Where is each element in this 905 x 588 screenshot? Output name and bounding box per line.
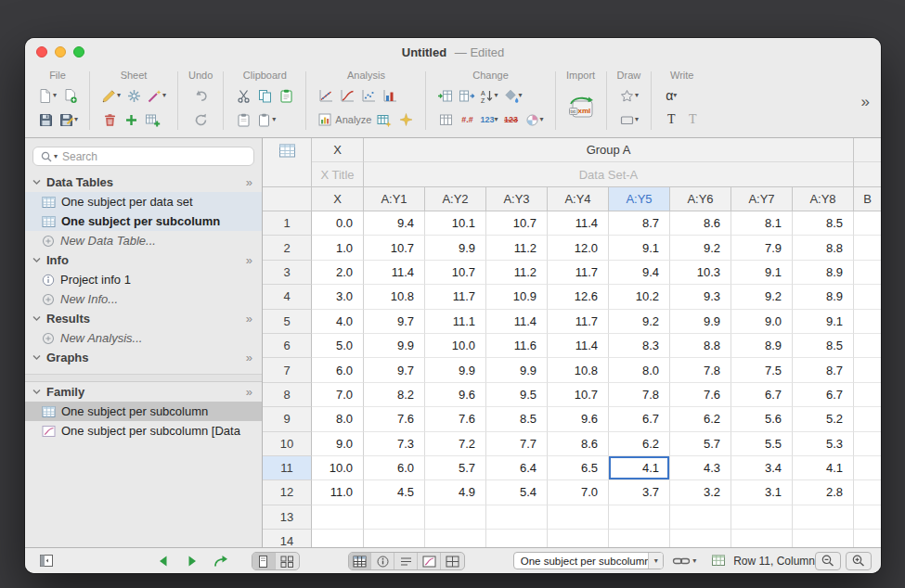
column-header-a-y6[interactable]: A:Y6	[670, 187, 731, 211]
cell-a-y8[interactable]: 8.8	[793, 236, 854, 260]
sidebar-item-one-subject-per-subcolumn[interactable]: One subject per subcolumn	[25, 211, 262, 231]
cell-a-y3[interactable]: 9.5	[486, 383, 548, 407]
cell-a-y3[interactable]: 8.5	[486, 407, 548, 431]
cell-a-y2[interactable]: 7.6	[425, 407, 486, 431]
section-more-button[interactable]: »	[246, 385, 252, 399]
cell-a-y4[interactable]	[548, 505, 609, 530]
cell-a-y6[interactable]: 6.2	[670, 407, 731, 431]
revert-button[interactable]	[191, 109, 210, 131]
insert-cells-button[interactable]	[436, 84, 455, 107]
analyze-button[interactable]: Analyze	[317, 109, 372, 131]
cell-a-y4[interactable]: 10.8	[548, 358, 609, 382]
info-view-button[interactable]	[371, 553, 394, 570]
cell-a-y7[interactable]: 8.1	[731, 211, 793, 236]
save-as-button[interactable]: ▾	[58, 109, 79, 131]
chart-scatter-button[interactable]	[359, 84, 378, 107]
gallery-view-button[interactable]	[276, 553, 299, 570]
chart-linear-button[interactable]	[317, 84, 335, 107]
cell-a-y3[interactable]: 11.2	[486, 236, 548, 260]
cell-a-y3[interactable]: 7.7	[486, 432, 548, 456]
cell-a-y3[interactable]: 10.9	[486, 285, 548, 309]
cell-a-y2[interactable]	[425, 505, 486, 530]
row-number[interactable]: 8	[263, 383, 312, 407]
sort-button[interactable]: AZ▾	[479, 84, 498, 107]
row-number[interactable]: 1	[263, 211, 312, 236]
cell-x[interactable]: 2.0	[312, 261, 364, 285]
cell-a-y5[interactable]: 7.8	[609, 383, 670, 407]
cell-b[interactable]	[854, 236, 881, 260]
cell-b[interactable]	[854, 310, 881, 334]
cell-a-y7[interactable]: 9.2	[731, 285, 793, 309]
copy-button[interactable]	[255, 84, 274, 107]
add-table-button[interactable]	[143, 109, 162, 131]
rectangle-button[interactable]: ▾	[618, 109, 640, 131]
section-header-data-tables[interactable]: Data Tables»	[25, 173, 262, 192]
cell-b[interactable]	[854, 211, 881, 236]
cell-a-y8[interactable]: 9.1	[793, 310, 854, 334]
group-b-header[interactable]	[854, 138, 881, 162]
cell-a-y8[interactable]: 5.3	[793, 432, 854, 456]
cell-x[interactable]	[312, 505, 364, 530]
cell-a-y5[interactable]: 8.3	[609, 334, 670, 358]
cell-a-y8[interactable]: 5.2	[793, 407, 854, 431]
cell-a-y1[interactable]: 9.4	[364, 211, 425, 236]
row-number[interactable]: 9	[263, 407, 312, 431]
cell-a-y4[interactable]: 11.7	[548, 310, 609, 334]
row-number[interactable]: 10	[263, 432, 312, 456]
decimal-button[interactable]: #.#	[458, 109, 476, 131]
column-header-a-y1[interactable]: A:Y1	[364, 187, 425, 211]
cell-a-y6[interactable]: 4.3	[670, 456, 731, 480]
section-more-button[interactable]: »	[246, 351, 252, 364]
cell-a-y2[interactable]: 5.7	[425, 456, 486, 480]
cell-a-y6[interactable]: 8.8	[670, 334, 731, 358]
sidebar-item-one-subject-per-subcolumn[interactable]: One subject per subcolumn	[25, 402, 262, 421]
wizard-button[interactable]	[396, 109, 415, 131]
cell-a-y3[interactable]: 11.6	[486, 334, 548, 358]
cell-a-y5[interactable]: 10.2	[609, 285, 670, 309]
notes-view-button[interactable]	[394, 553, 418, 570]
cell-a-y6[interactable]: 9.9	[670, 310, 731, 334]
cell-a-y2[interactable]: 11.7	[425, 285, 486, 309]
cell-a-y7[interactable]: 8.9	[731, 334, 793, 358]
disclosure-chevron-icon[interactable]	[32, 179, 41, 185]
open-doc-button[interactable]	[60, 84, 79, 107]
cell-a-y2[interactable]: 9.9	[425, 236, 486, 260]
dropdown-arrow-button[interactable]: ▾	[648, 553, 663, 569]
cell-b[interactable]	[854, 530, 881, 547]
cell-a-y3[interactable]: 9.9	[486, 358, 548, 382]
layout-view-button[interactable]	[441, 553, 464, 570]
wand-button[interactable]: ▾	[146, 84, 167, 107]
column-header-a-y7[interactable]: A:Y7	[731, 187, 793, 211]
cell-x[interactable]: 8.0	[312, 407, 364, 431]
row-number[interactable]: 12	[263, 480, 312, 505]
cell-x[interactable]: 7.0	[312, 383, 364, 407]
import-xml-button[interactable]: xmltxt	[566, 96, 596, 119]
cell-a-y1[interactable]	[364, 530, 425, 547]
flower-button[interactable]	[124, 84, 143, 107]
sidebar-splitter[interactable]	[25, 374, 262, 382]
nav-back-button[interactable]	[153, 552, 174, 570]
cell-a-y5[interactable]	[609, 505, 670, 530]
cell-a-y7[interactable]: 9.1	[731, 261, 793, 285]
cell-a-y1[interactable]: 10.7	[364, 236, 425, 260]
cell-a-y7[interactable]: 6.7	[731, 383, 793, 407]
cell-a-y5[interactable]: 9.2	[609, 310, 670, 334]
cell-a-y2[interactable]: 10.7	[425, 261, 486, 285]
group-a-header[interactable]: Group A	[364, 138, 854, 162]
cell-a-y7[interactable]: 3.4	[731, 456, 793, 480]
chart-bar-button[interactable]	[381, 84, 399, 107]
cell-a-y4[interactable]: 10.7	[548, 383, 609, 407]
cell-a-y1[interactable]: 4.5	[364, 480, 425, 505]
row-number[interactable]: 4	[263, 285, 312, 309]
cell-a-y4[interactable]: 7.0	[548, 480, 609, 505]
cell-a-y7[interactable]: 7.9	[731, 236, 793, 260]
panel-toggle-button[interactable]	[36, 552, 57, 570]
cell-a-y4[interactable]: 12.0	[548, 236, 609, 260]
paste-button[interactable]	[277, 84, 295, 107]
cell-a-y8[interactable]: 8.5	[793, 211, 854, 236]
cell-b[interactable]	[854, 383, 881, 407]
pencil-button[interactable]: ▾	[100, 84, 122, 107]
chart-curve-button[interactable]	[338, 84, 356, 107]
sidebar-item-new-analysis[interactable]: New Analysis...	[25, 328, 262, 348]
cell-a-y5[interactable]	[609, 530, 670, 547]
